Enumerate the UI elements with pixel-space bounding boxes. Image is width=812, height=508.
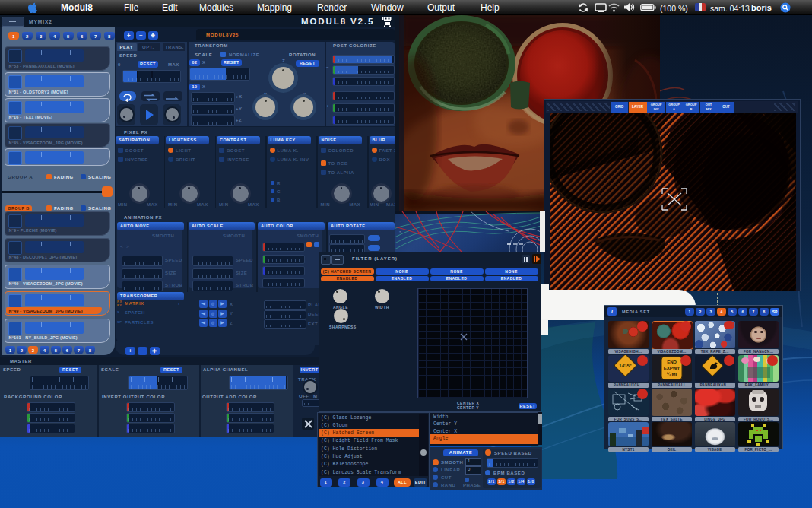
svg-text:14'-5": 14'-5" — [619, 364, 631, 368]
svg-text:END: END — [667, 360, 677, 364]
svg-text:¼ MI: ¼ MI — [667, 372, 677, 376]
svg-text:EXPWY: EXPWY — [664, 365, 680, 370]
